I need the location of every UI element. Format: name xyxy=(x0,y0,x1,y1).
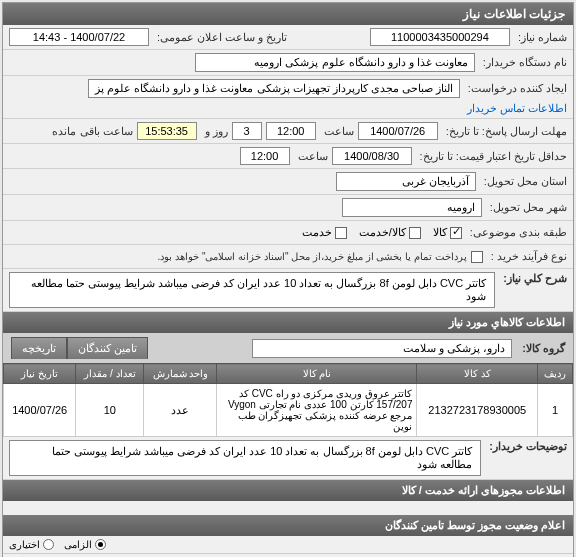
deadline-date: 1400/07/26 xyxy=(358,122,438,140)
group-label: گروه کالا: xyxy=(518,342,565,355)
contact-link[interactable]: اطلاعات تماس خریدار xyxy=(467,102,567,115)
province-value: آذربایجان غربی xyxy=(336,172,476,191)
remaining-value: 15:53:35 xyxy=(137,122,197,140)
th-qty: تعداد / مقدار xyxy=(76,364,144,384)
cell-unit: عدد xyxy=(144,384,217,437)
tab-history[interactable]: تاریخچه xyxy=(11,337,67,359)
items-header: اطلاعات کالاهاي مورد نیاز xyxy=(3,312,573,333)
radio-icon xyxy=(95,539,106,550)
th-code: کد کالا xyxy=(417,364,538,384)
days-label: روز و xyxy=(201,125,228,138)
req-no-value: 1100003435000294 xyxy=(370,28,510,46)
opt-kala-label: کالا xyxy=(433,226,447,239)
group-value: دارو، پزشکی و سلامت xyxy=(252,339,512,358)
items-table: رديف کد کالا نام کالا واحد شمارش تعداد /… xyxy=(3,363,573,437)
tab-suppliers[interactable]: تامین کنندگان xyxy=(67,337,148,359)
table-row[interactable]: 1 2132723178930005 کاتتر عروق وریدی مرکز… xyxy=(4,384,573,437)
row-req-no: شماره نیاز: 1100003435000294 تاریخ و ساع… xyxy=(3,25,573,50)
status-header: اعلام وضعیت مجوز توسط تامین کنندگان xyxy=(3,515,573,536)
cell-qty: 10 xyxy=(76,384,144,437)
creator-value: الناز صباحی مجدی کارپرداز تجهیزات پزشکی … xyxy=(88,79,460,98)
row-min-date: حداقل تاریخ اعتبار قیمت: تا تاریخ: 1400/… xyxy=(3,144,573,169)
pack-label: طبقه بندی موضوعی: xyxy=(466,226,567,239)
radio-icon xyxy=(43,539,54,550)
main-panel: جزئیات اطلاعات نیاز شماره نیاز: 11000034… xyxy=(2,2,574,557)
row-options: الزامی اختیاری xyxy=(3,536,573,553)
req-no-label: شماره نیاز: xyxy=(514,31,567,44)
row-deadline: مهلت ارسال پاسخ: تا تاریخ: 1400/07/26 سا… xyxy=(3,119,573,144)
row-continue: ادامه فرآیند xyxy=(3,553,573,557)
cell-name: کاتتر عروق وریدی مرکزی دو راه CVC کد 157… xyxy=(217,384,417,437)
public-date-label: تاریخ و ساعت اعلان عمومی: xyxy=(153,31,287,44)
remaining-label: ساعت باقی مانده xyxy=(48,125,132,138)
creator-label: ایجاد کننده درخواست: xyxy=(464,82,567,95)
process-note: پرداخت تمام یا بخشی از مبلغ خرید،از محل … xyxy=(154,251,467,262)
process-checkbox[interactable] xyxy=(471,251,483,263)
checkbox-icon xyxy=(450,227,462,239)
desc-value: کاتتر CVC دابل لومن 8f بزرگسال به تعداد … xyxy=(9,272,495,308)
mandatory-label: الزامی xyxy=(64,539,92,550)
optional-label: اختیاری xyxy=(9,539,40,550)
th-date: تاریخ نیاز xyxy=(4,364,76,384)
cell-row: 1 xyxy=(538,384,573,437)
row-process: نوع فرآیند خرید : پرداخت تمام یا بخشی از… xyxy=(3,245,573,269)
row-city: شهر محل تحویل: ارومیه xyxy=(3,195,573,221)
opt-mandatory[interactable]: الزامی xyxy=(64,539,106,550)
cell-code: 2132723178930005 xyxy=(417,384,538,437)
row-notes: توضیحات خریدار: کاتتر CVC دابل لومن 8f ب… xyxy=(3,437,573,480)
panel-title: جزئیات اطلاعات نیاز xyxy=(3,3,573,25)
th-row: رديف xyxy=(538,364,573,384)
min-hour-label: ساعت xyxy=(294,150,328,163)
deadline-label: مهلت ارسال پاسخ: تا تاریخ: xyxy=(442,125,567,138)
row-desc: شرح کلي نیاز: کاتتر CVC دابل لومن 8f بزر… xyxy=(3,269,573,312)
checkbox-icon xyxy=(335,227,347,239)
deadline-hour: 12:00 xyxy=(266,122,316,140)
notes-value: کاتتر CVC دابل لومن 8f بزرگسال به تعداد … xyxy=(9,440,481,476)
min-date-label: حداقل تاریخ اعتبار قیمت: تا تاریخ: xyxy=(416,150,567,163)
opt-kala[interactable]: کالا xyxy=(433,226,462,239)
th-name: نام کالا xyxy=(217,364,417,384)
auth-header: اطلاعات مجوزهای ارائه خدمت / کالا xyxy=(3,480,573,501)
opt-khadamat-label: خدمت xyxy=(302,226,332,239)
notes-label: توضیحات خریدار: xyxy=(485,440,567,453)
cell-date: 1400/07/26 xyxy=(4,384,76,437)
process-label: نوع فرآیند خرید : xyxy=(487,250,567,263)
days-value: 3 xyxy=(232,122,262,140)
pack-options: کالا کالا/خدمت خدمت xyxy=(302,226,462,239)
public-date-value: 1400/07/22 - 14:43 xyxy=(9,28,149,46)
row-province: استان محل تحویل: آذربایجان غربی xyxy=(3,169,573,195)
opt-service-label: کالا/خدمت xyxy=(359,226,406,239)
checkbox-icon xyxy=(409,227,421,239)
row-pack: طبقه بندی موضوعی: کالا کالا/خدمت خدمت xyxy=(3,221,573,245)
opt-optional[interactable]: اختیاری xyxy=(9,539,54,550)
city-label: شهر محل تحویل: xyxy=(486,201,567,214)
deadline-hour-label: ساعت xyxy=(320,125,354,138)
opt-khadamat[interactable]: خدمت xyxy=(302,226,347,239)
row-group: گروه کالا: دارو، پزشکی و سلامت تامین کنن… xyxy=(3,333,573,363)
opt-service[interactable]: کالا/خدمت xyxy=(359,226,421,239)
row-buyer: نام دستگاه خریدار: معاونت غذا و دارو دان… xyxy=(3,50,573,76)
city-value: ارومیه xyxy=(342,198,482,217)
tab-bar: تامین کنندگان تاریخچه xyxy=(11,337,148,359)
buyer-value: معاونت غذا و دارو دانشگاه علوم پزشکی ارو… xyxy=(195,53,475,72)
province-label: استان محل تحویل: xyxy=(480,175,567,188)
th-unit: واحد شمارش xyxy=(144,364,217,384)
min-date: 1400/08/30 xyxy=(332,147,412,165)
row-creator: ایجاد کننده درخواست: الناز صباحی مجدی کا… xyxy=(3,76,573,119)
min-hour: 12:00 xyxy=(240,147,290,165)
buyer-label: نام دستگاه خریدار: xyxy=(479,56,567,69)
desc-label: شرح کلي نیاز: xyxy=(499,272,567,285)
